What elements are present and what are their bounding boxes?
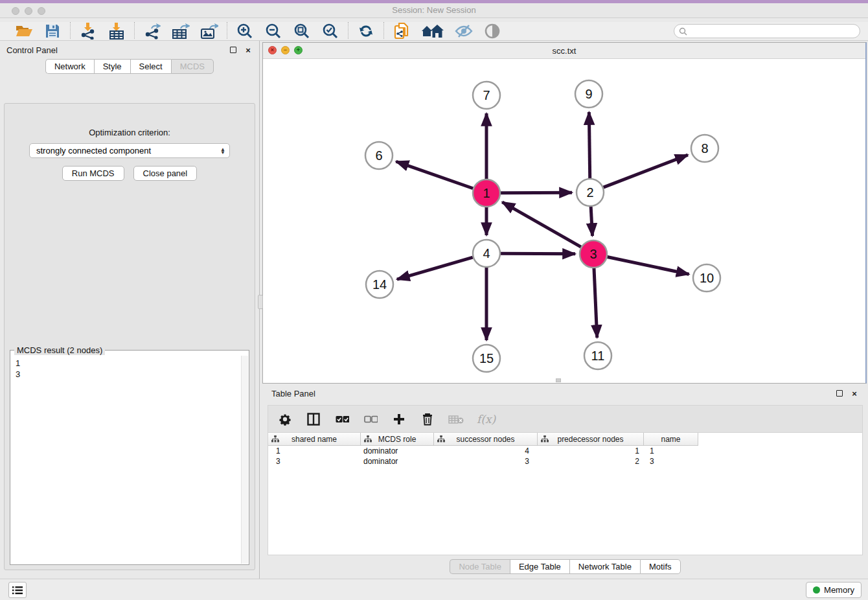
import-table-icon[interactable]	[108, 23, 126, 40]
table-toolbar: f(x)	[268, 405, 863, 433]
search-icon	[679, 27, 687, 36]
node-14[interactable]: 14	[366, 271, 393, 298]
node-7[interactable]: 7	[473, 82, 500, 109]
edge-1-6[interactable]	[396, 161, 473, 189]
network-view-title: scc.txt	[553, 46, 577, 56]
table-cell: 3	[434, 456, 538, 467]
delete-icon[interactable]	[420, 411, 435, 427]
node-2[interactable]: 2	[577, 179, 604, 206]
table-header-row: shared nameMCDS rolesuccessor nodesprede…	[268, 433, 862, 446]
edge-2-3[interactable]	[591, 207, 592, 236]
table-row[interactable]: 1dominator411	[268, 446, 862, 456]
table-tab-network-table[interactable]: Network Table	[569, 559, 640, 574]
close-table-panel-icon[interactable]: ×	[850, 389, 859, 398]
deselect-checks-icon[interactable]	[363, 411, 378, 427]
gear-icon[interactable]	[277, 411, 293, 427]
search-input[interactable]	[690, 25, 860, 37]
maximize-view-icon[interactable]: +	[294, 46, 303, 54]
select-all-checks-icon[interactable]	[334, 411, 350, 427]
node-3[interactable]: 3	[580, 240, 607, 268]
edge-4-14[interactable]	[397, 257, 473, 279]
close-panel-icon[interactable]: ×	[244, 46, 253, 54]
float-table-panel-icon[interactable]	[835, 389, 844, 398]
export-image-icon[interactable]	[200, 23, 218, 40]
table-tab-motifs[interactable]: Motifs	[640, 559, 681, 574]
column-header-shared-name[interactable]: shared name	[268, 433, 361, 446]
task-history-button[interactable]	[8, 582, 27, 598]
network-window-controls[interactable]: × − +	[268, 46, 303, 54]
panel-splitter-handle[interactable]	[258, 295, 263, 309]
open-session-icon[interactable]	[15, 23, 33, 40]
refresh-icon[interactable]	[357, 23, 375, 40]
edge-3-10[interactable]	[608, 257, 689, 275]
memory-button[interactable]: Memory	[806, 582, 862, 598]
node-11[interactable]: 11	[584, 342, 611, 369]
node-table[interactable]: shared nameMCDS rolesuccessor nodesprede…	[268, 433, 863, 555]
control-panel-title: Control Panel	[6, 45, 58, 55]
node-4[interactable]: 4	[473, 240, 500, 267]
node-15[interactable]: 15	[473, 345, 500, 372]
home-icon[interactable]	[421, 23, 444, 40]
save-session-icon[interactable]	[43, 23, 62, 40]
delete-table-icon[interactable]	[448, 411, 464, 427]
table-tabs: Node TableEdge TableNetwork TableMotifs	[262, 559, 868, 574]
tab-select[interactable]: Select	[130, 59, 171, 74]
close-panel-button[interactable]: Close panel	[133, 166, 198, 181]
copy-network-icon[interactable]	[393, 23, 411, 40]
memory-label: Memory	[824, 585, 854, 595]
tab-network[interactable]: Network	[45, 59, 94, 74]
float-panel-icon[interactable]	[229, 46, 238, 54]
node-6[interactable]: 6	[365, 142, 393, 169]
column-header-successor-nodes[interactable]: successor nodes	[434, 433, 538, 446]
edge-2-9[interactable]	[589, 112, 589, 178]
node-1[interactable]: 1	[473, 179, 500, 207]
hide-eye-icon[interactable]	[455, 23, 473, 40]
edge-4-3[interactable]	[501, 253, 575, 254]
close-view-icon[interactable]: ×	[268, 46, 277, 54]
tab-style[interactable]: Style	[94, 59, 130, 74]
edge-3-11[interactable]	[594, 268, 597, 338]
node-10[interactable]: 10	[693, 264, 720, 292]
tab-mcds[interactable]: MCDS	[171, 59, 214, 74]
export-table-icon[interactable]	[172, 23, 190, 40]
minimize-view-icon[interactable]: −	[281, 46, 290, 54]
control-panel-tabs: NetworkStyleSelectMCDS	[0, 59, 259, 74]
application-window: Session: New Session	[0, 0, 868, 600]
table-tab-edge-table[interactable]: Edge Table	[510, 559, 569, 574]
node-9[interactable]: 9	[575, 80, 602, 108]
import-network-icon[interactable]	[79, 23, 97, 40]
show-circle-icon[interactable]	[483, 23, 501, 40]
add-icon[interactable]	[391, 411, 407, 427]
optimization-criterion-label: Optimization criterion:	[5, 128, 255, 137]
result-scrollbar[interactable]	[241, 356, 248, 564]
export-network-icon[interactable]	[143, 23, 161, 40]
column-layout-icon[interactable]	[306, 411, 321, 427]
table-cell: 1	[268, 446, 361, 456]
dropdown-stepper-icon: ▲▼	[220, 148, 225, 154]
function-builder-icon[interactable]: f(x)	[477, 413, 496, 426]
run-mcds-button[interactable]: Run MCDS	[62, 166, 124, 181]
table-cell: 1	[644, 446, 698, 456]
table-tab-node-table[interactable]: Node Table	[450, 559, 510, 574]
network-canvas[interactable]: 1234678910111415	[263, 59, 865, 383]
edge-1-2[interactable]	[501, 192, 572, 193]
mcds-result-list[interactable]: 13	[11, 356, 241, 564]
column-header-name[interactable]: name	[644, 433, 698, 446]
memory-status-icon	[813, 586, 820, 594]
zoom-in-icon[interactable]	[236, 23, 254, 40]
table-row[interactable]: 3dominator323	[268, 456, 862, 467]
column-header-MCDS-role[interactable]: MCDS role	[361, 433, 434, 446]
search-box[interactable]	[674, 24, 860, 38]
fit-content-icon[interactable]	[293, 23, 311, 40]
main-toolbar	[0, 22, 868, 41]
criterion-dropdown[interactable]: strongly connected component ▲▼	[29, 143, 230, 158]
zoom-out-icon[interactable]	[264, 23, 282, 40]
network-graph[interactable]: 1234678910111415	[263, 59, 866, 383]
zoom-selected-icon[interactable]	[321, 23, 339, 40]
node-8[interactable]: 8	[691, 135, 718, 162]
column-header-predecessor-nodes[interactable]: predecessor nodes	[538, 433, 644, 446]
node-label: 6	[375, 148, 382, 163]
canvas-drag-handle[interactable]	[556, 378, 561, 382]
edge-3-1[interactable]	[502, 202, 581, 247]
edge-2-8[interactable]	[604, 155, 688, 187]
